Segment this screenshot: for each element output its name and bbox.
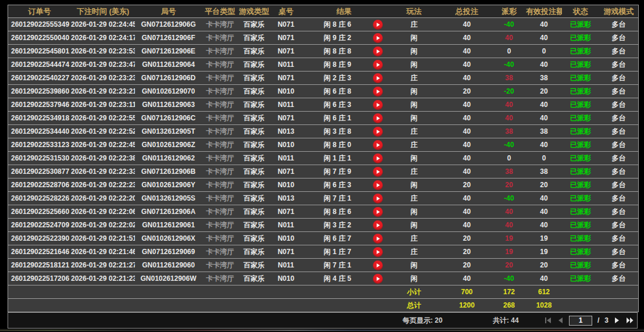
cell-valid-bet: 40 [526, 114, 562, 122]
play-icon[interactable] [373, 47, 383, 56]
cell-game-mode: 多台 [599, 234, 638, 244]
first-page-icon[interactable] [545, 317, 552, 324]
cell-status: 已派彩 [562, 20, 599, 30]
cell-game-mode: 多台 [599, 20, 638, 30]
grand-total-label: 总计 [386, 301, 442, 310]
cell-game-type: 百家乐 [238, 87, 270, 97]
cell-order-id: 260129022528226 [8, 194, 71, 202]
play-icon[interactable] [373, 87, 383, 97]
play-icon[interactable] [373, 167, 383, 177]
play-icon[interactable] [373, 20, 383, 30]
cell-payout: 0 [492, 154, 526, 162]
cell-table-no: N013 [270, 127, 302, 135]
play-icon[interactable] [373, 194, 383, 204]
total-count-value: 44 [511, 316, 518, 324]
cell-payout: -40 [492, 274, 526, 283]
cell-payout: 40 [492, 114, 526, 122]
cell-result: 闲 3 庄 2 [302, 220, 386, 230]
play-icon[interactable] [373, 234, 383, 244]
per-page-info: 每页显示: 20 [403, 316, 443, 326]
cell-valid-bet: 0 [526, 154, 562, 162]
table-row: 260129022528706 2026-01-29 02:22:23 GN01… [8, 179, 638, 192]
play-icon[interactable] [373, 127, 383, 137]
cell-order-id: 260129022521646 [8, 248, 71, 256]
play-icon[interactable] [373, 73, 383, 83]
play-icon[interactable] [373, 33, 383, 43]
cell-table-no: N010 [270, 274, 302, 283]
cell-payout: 20 [492, 181, 526, 189]
play-icon[interactable] [373, 153, 383, 163]
cell-round-id: GN07126129069 [135, 248, 202, 256]
cell-platform: 卡卡湾厅 [202, 220, 238, 230]
cell-bet-time: 2026-01-29 02:23:11 [71, 101, 135, 109]
cell-bet-type: 庄 [386, 140, 442, 150]
cell-game-type: 百家乐 [238, 127, 270, 137]
col-header-round-id: 局号 [135, 6, 202, 17]
cell-total-bet: 40 [442, 221, 492, 229]
cell-table-no: N011 [270, 261, 302, 269]
cell-valid-bet: 20 [526, 261, 562, 269]
total-count-info: 共计: 44 [493, 316, 519, 326]
cell-result: 闲 3 庄 8 [302, 127, 386, 137]
cell-table-no: N071 [270, 20, 302, 28]
play-icon[interactable] [373, 207, 383, 217]
cell-payout: 40 [492, 221, 526, 229]
cell-game-mode: 多台 [599, 180, 638, 190]
cell-round-id: GN0132612905T [135, 127, 202, 135]
cell-platform: 卡卡湾厅 [202, 140, 238, 150]
cell-table-no: N010 [270, 141, 302, 149]
per-page-value: 20 [435, 316, 442, 324]
cell-game-type: 百家乐 [238, 20, 270, 30]
cell-status: 已派彩 [562, 33, 599, 43]
play-icon[interactable] [373, 113, 383, 123]
cell-round-id: GN01126129060 [135, 261, 202, 269]
cell-platform: 卡卡湾厅 [202, 153, 238, 163]
cell-result: 闲 8 庄 6 [302, 207, 386, 217]
cell-payout: 20 [492, 261, 526, 269]
result-text: 闲 8 庄 0 [302, 140, 373, 150]
cell-order-id: 260129022545801 [8, 47, 71, 55]
page-number-input[interactable] [569, 316, 592, 326]
cell-round-id: GN01126129064 [135, 60, 202, 69]
play-icon[interactable] [373, 220, 383, 230]
col-header-valid-bet: 有效投注额 [526, 6, 562, 17]
cell-bet-type: 闲 [386, 33, 442, 43]
cell-status: 已派彩 [562, 113, 599, 123]
cell-bet-time: 2026-01-29 02:21:23 [71, 274, 135, 283]
cell-valid-bet: 40 [526, 274, 562, 283]
play-icon[interactable] [373, 60, 383, 70]
cell-bet-type: 闲 [386, 113, 442, 123]
cell-bet-time: 2026-01-29 02:22:23 [71, 181, 135, 189]
cell-bet-time: 2026-01-29 02:23:21 [71, 87, 135, 95]
cell-game-type: 百家乐 [238, 194, 270, 204]
last-page-icon[interactable] [626, 317, 634, 324]
cell-platform: 卡卡湾厅 [202, 274, 238, 284]
cell-status: 已派彩 [562, 260, 599, 270]
play-icon[interactable] [373, 274, 383, 284]
cell-bet-type: 闲 [386, 153, 442, 163]
cell-table-no: N011 [270, 221, 302, 229]
cell-platform: 卡卡湾厅 [202, 234, 238, 244]
cell-status: 已派彩 [562, 274, 599, 284]
result-text: 闲 1 庄 7 [302, 247, 373, 257]
play-icon[interactable] [373, 140, 383, 150]
background-color-line [0, 330, 644, 331]
cell-status: 已派彩 [562, 153, 599, 163]
play-icon[interactable] [373, 260, 383, 270]
cell-table-no: N071 [270, 248, 302, 256]
next-page-icon[interactable] [614, 317, 621, 324]
cell-valid-bet: 40 [526, 141, 562, 149]
cell-payout: -40 [492, 60, 526, 69]
prev-page-icon[interactable] [557, 317, 564, 324]
cell-bet-type: 庄 [386, 167, 442, 177]
cell-table-no: N071 [270, 34, 302, 42]
play-icon[interactable] [373, 247, 383, 257]
cell-result: 闲 8 庄 6 [302, 20, 386, 30]
cell-bet-type: 闲 [386, 260, 442, 270]
cell-total-bet: 40 [442, 274, 492, 283]
cell-order-id: 260129022522390 [8, 234, 71, 242]
play-icon[interactable] [373, 180, 383, 190]
cell-round-id: GN0102612906W [135, 274, 202, 283]
cell-result: 闲 7 庄 1 [302, 260, 386, 270]
play-icon[interactable] [373, 100, 383, 110]
